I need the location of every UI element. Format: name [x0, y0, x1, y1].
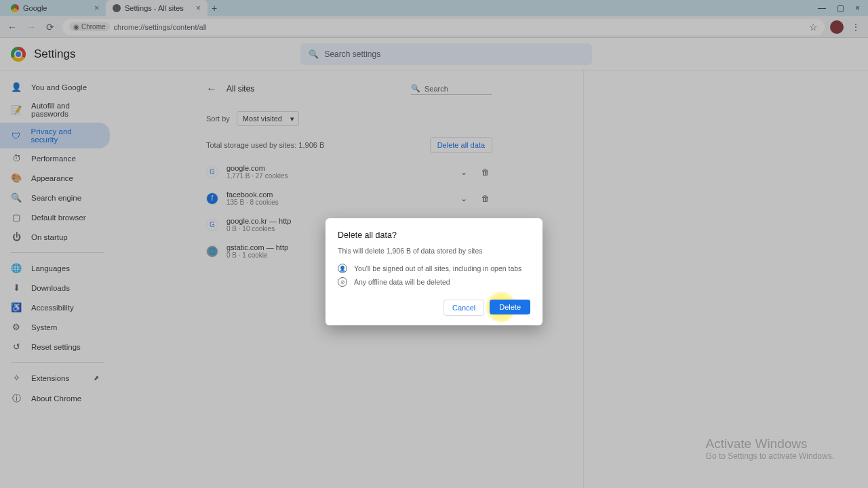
dialog-bullet-signout: 👤 You'll be signed out of all sites, inc… [338, 262, 530, 275]
watermark-line1: Activate Windows [706, 436, 834, 451]
delete-all-data-dialog: Delete all data? This will delete 1,906 … [326, 218, 542, 325]
dialog-bullet-offline: ⊘ Any offline data will be deleted [338, 275, 530, 289]
dialog-description: This will delete 1,906 B of data stored … [338, 247, 530, 255]
dialog-title: Delete all data? [338, 230, 530, 240]
delete-button[interactable]: Delete [490, 300, 530, 314]
bullet-text: You'll be signed out of all sites, inclu… [354, 264, 521, 272]
offline-icon: ⊘ [338, 277, 347, 287]
person-icon: 👤 [338, 264, 347, 273]
cancel-button[interactable]: Cancel [443, 300, 484, 316]
watermark-line2: Go to Settings to activate Windows. [706, 451, 834, 461]
dialog-actions: Cancel Delete [338, 300, 530, 316]
bullet-text: Any offline data will be deleted [354, 278, 450, 286]
windows-activation-watermark: Activate Windows Go to Settings to activ… [706, 436, 834, 461]
